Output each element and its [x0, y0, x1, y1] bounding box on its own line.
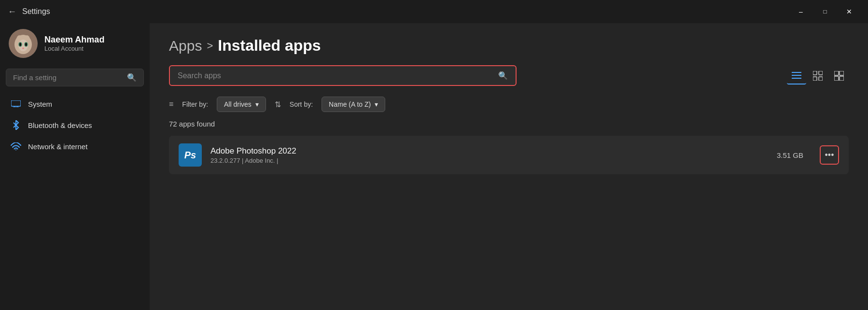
app-name: Adobe Photoshop 2022	[210, 146, 768, 156]
search-apps-input[interactable]	[178, 71, 492, 80]
svg-rect-18	[813, 71, 817, 75]
sidebar-item-bluetooth-label: Bluetooth & devices	[28, 121, 92, 129]
minimize-button[interactable]: –	[790, 4, 812, 19]
settings-search-icon: 🔍	[127, 73, 137, 82]
view-grid-small-button[interactable]	[808, 67, 827, 85]
settings-search-input[interactable]	[13, 73, 122, 82]
filter-icon: ≡	[169, 100, 173, 109]
profile-subtitle: Local Account	[44, 45, 104, 52]
title-bar-right: – □ ✕	[790, 4, 860, 19]
search-apps-box[interactable]: 🔍	[169, 65, 517, 86]
app-icon: Ps	[179, 143, 202, 167]
svg-rect-21	[819, 77, 823, 81]
profile-name: Naeem Ahmad	[44, 35, 104, 45]
content-area: Apps > Installed apps 🔍	[150, 23, 868, 310]
svg-rect-25	[840, 76, 844, 81]
sidebar-item-system[interactable]: System	[4, 93, 146, 114]
sort-dropdown[interactable]: Name (A to Z) ▾	[322, 97, 385, 112]
sort-icon: ⇅	[275, 100, 281, 109]
app-meta: 23.2.0.277 | Adobe Inc. |	[210, 157, 768, 164]
filter-label: Filter by:	[182, 100, 208, 108]
breadcrumb-parent[interactable]: Apps	[169, 38, 202, 54]
svg-point-9	[22, 48, 24, 49]
app-info: Adobe Photoshop 2022 23.2.0.277 | Adobe …	[210, 146, 768, 164]
view-grid-large-button[interactable]	[829, 67, 849, 85]
svg-rect-22	[834, 71, 839, 75]
svg-rect-19	[819, 71, 823, 75]
search-apps-row: 🔍	[169, 65, 849, 86]
title-bar: ← Settings – □ ✕	[0, 0, 868, 23]
network-icon	[11, 141, 21, 152]
sidebar: Naeem Ahmad Local Account 🔍 System	[0, 23, 150, 310]
svg-rect-23	[840, 71, 844, 75]
search-apps-icon: 🔍	[498, 71, 508, 80]
sort-label: Sort by:	[290, 100, 313, 108]
svg-rect-10	[11, 100, 21, 106]
filter-sort-row: ≡ Filter by: All drives ▾ ⇅ Sort by: Nam…	[169, 97, 849, 112]
maximize-button[interactable]: □	[814, 4, 836, 19]
main-layout: Naeem Ahmad Local Account 🔍 System	[0, 23, 868, 310]
sort-value: Name (A to Z)	[329, 100, 371, 108]
apps-found-count: 72 apps found	[169, 120, 849, 128]
profile-info: Naeem Ahmad Local Account	[44, 35, 104, 52]
svg-point-7	[19, 43, 21, 46]
bluetooth-icon	[11, 120, 21, 130]
sidebar-item-network[interactable]: Network & internet	[4, 136, 146, 157]
app-more-button[interactable]: •••	[820, 145, 839, 165]
svg-rect-20	[813, 77, 817, 81]
app-size: 3.51 GB	[777, 151, 803, 159]
sidebar-item-network-label: Network & internet	[28, 142, 87, 151]
app-title: Settings	[22, 7, 50, 16]
close-button[interactable]: ✕	[838, 4, 860, 19]
svg-point-14	[15, 150, 17, 151]
filter-dropdown[interactable]: All drives ▾	[217, 97, 266, 112]
profile-section: Naeem Ahmad Local Account	[4, 23, 146, 67]
breadcrumb-separator: >	[207, 40, 213, 52]
filter-chevron: ▾	[255, 100, 259, 108]
back-icon[interactable]: ←	[8, 7, 16, 17]
filter-value: All drives	[224, 100, 252, 108]
sort-chevron: ▾	[375, 100, 378, 108]
svg-rect-24	[834, 76, 839, 81]
avatar	[9, 29, 38, 58]
view-buttons	[787, 67, 849, 85]
svg-point-8	[25, 43, 27, 46]
system-icon	[11, 99, 21, 109]
view-list-button[interactable]	[787, 67, 806, 85]
breadcrumb-current: Installed apps	[218, 37, 321, 55]
sidebar-item-system-label: System	[28, 100, 52, 108]
settings-search-box[interactable]: 🔍	[6, 69, 144, 86]
app-list-item: Ps Adobe Photoshop 2022 23.2.0.277 | Ado…	[169, 136, 849, 174]
sidebar-item-bluetooth[interactable]: Bluetooth & devices	[4, 114, 146, 136]
breadcrumb: Apps > Installed apps	[169, 37, 849, 55]
title-bar-left: ← Settings	[8, 7, 50, 17]
